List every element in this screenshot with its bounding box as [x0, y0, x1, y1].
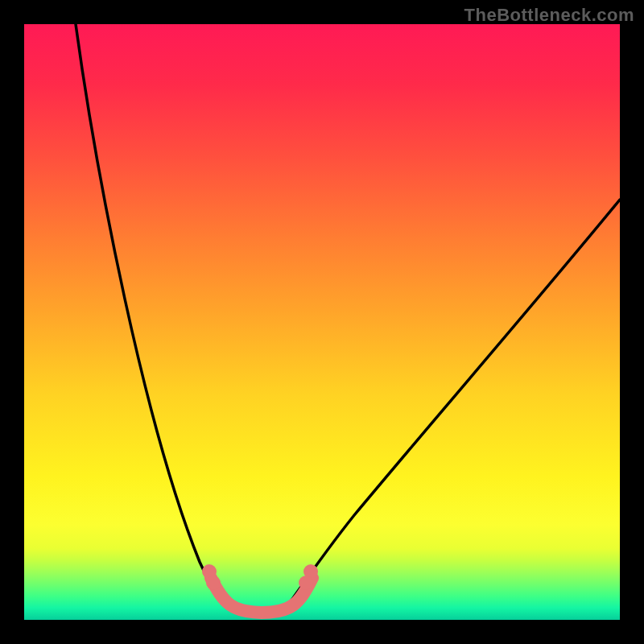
- soft-dot: [299, 576, 313, 590]
- soft-band: [211, 578, 312, 613]
- right-curve: [283, 200, 620, 612]
- watermark-text: TheBottleneck.com: [464, 5, 634, 26]
- chart-frame: [24, 24, 620, 620]
- curve-layer: [24, 24, 620, 620]
- left-curve: [76, 24, 240, 612]
- soft-dot: [206, 576, 221, 590]
